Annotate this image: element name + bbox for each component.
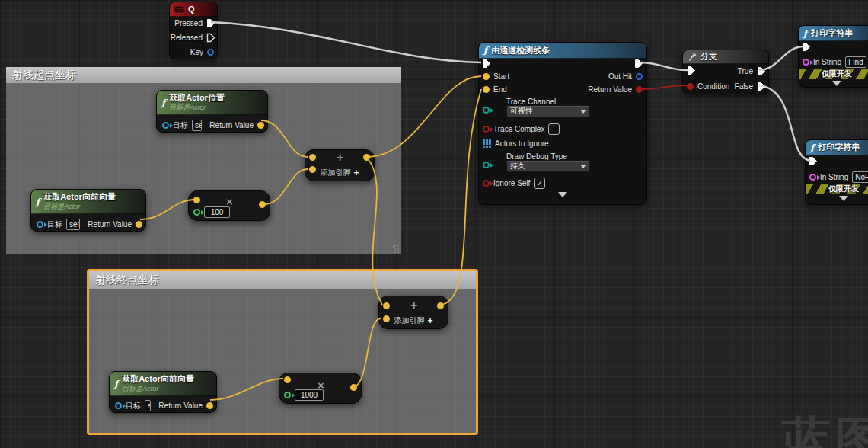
multiply-input-a-pin[interactable] bbox=[193, 197, 200, 203]
node-event-q[interactable]: Q Pressed Released Key bbox=[169, 2, 218, 59]
blueprint-canvas[interactable]: 射线起点坐标 射线终点坐标 Q Pressed Rel bbox=[0, 0, 868, 448]
development-only-banner: 仅限开发 bbox=[799, 69, 868, 79]
function-icon: ƒ bbox=[810, 142, 814, 153]
node-multiply-2[interactable]: 1000 × bbox=[279, 373, 362, 404]
pin-row-return-value: Return Value bbox=[588, 85, 643, 94]
node-title: 获取Actor向前向量 bbox=[43, 191, 116, 203]
node-get-actor-location[interactable]: ƒ 获取Actor位置 目标是Actor 目标 self Return Valu… bbox=[156, 90, 268, 133]
multiply-output-pin[interactable] bbox=[259, 201, 266, 208]
in-string-value-box[interactable]: Find bbox=[845, 56, 866, 68]
exec-in-pin[interactable] bbox=[482, 59, 491, 69]
pin-row-start: Start bbox=[483, 72, 509, 81]
node-title: 分支 bbox=[700, 51, 717, 62]
collapse-arrow[interactable] bbox=[799, 81, 868, 86]
function-icon: ƒ bbox=[803, 28, 807, 39]
trace-complex-pin[interactable] bbox=[483, 126, 490, 133]
trace-channel-pin[interactable] bbox=[483, 107, 490, 114]
collapse-arrow[interactable] bbox=[479, 192, 646, 197]
collapse-arrow-icon bbox=[839, 196, 848, 201]
multiply-input-a-pin[interactable] bbox=[284, 376, 291, 383]
node-title: 打印字符串 bbox=[818, 142, 860, 153]
exec-true-pin[interactable] bbox=[757, 66, 766, 76]
pin-row-in-string: In String Find bbox=[803, 56, 866, 68]
return-value-pin[interactable] bbox=[136, 221, 142, 228]
pin-row-trace-complex: Trace Complex bbox=[483, 123, 560, 135]
in-string-pin[interactable] bbox=[803, 59, 809, 66]
end-pin[interactable] bbox=[483, 86, 490, 93]
target-value-box[interactable]: self bbox=[66, 219, 80, 230]
out-hit-pin[interactable] bbox=[636, 73, 643, 80]
exec-out-pin[interactable] bbox=[634, 59, 643, 69]
multiply-input-b-pin[interactable] bbox=[193, 209, 200, 216]
pin-row-end: End bbox=[483, 85, 507, 94]
array-pin-icon[interactable] bbox=[483, 139, 491, 148]
target-pin[interactable] bbox=[37, 221, 43, 228]
pin-row-false: False bbox=[735, 82, 766, 91]
add-input-a-pin[interactable] bbox=[309, 154, 316, 161]
target-value-box[interactable]: self bbox=[192, 120, 202, 131]
comment-header[interactable]: 射线起点坐标 bbox=[6, 67, 401, 83]
exec-in-pin[interactable] bbox=[687, 66, 696, 75]
add-pin-button[interactable]: 添加引脚+ bbox=[379, 315, 448, 326]
wire-returnvalue-to-condition bbox=[640, 85, 687, 89]
pin-row-released: Released bbox=[171, 33, 215, 43]
add-pin-plus-icon: + bbox=[427, 315, 432, 326]
multiply-icon: × bbox=[226, 195, 233, 208]
multiply-input-b-pin[interactable] bbox=[284, 392, 291, 398]
add-input-a-pin[interactable] bbox=[383, 302, 390, 309]
exec-in-pin[interactable] bbox=[802, 42, 811, 52]
condition-pin[interactable] bbox=[687, 83, 694, 90]
ignore-self-checkbox[interactable]: ✓ bbox=[534, 178, 545, 189]
collapse-arrow-icon bbox=[832, 81, 841, 86]
target-value-box[interactable]: self bbox=[145, 400, 151, 411]
collapse-arrow[interactable] bbox=[806, 196, 868, 201]
target-pin[interactable] bbox=[115, 402, 122, 409]
branch-icon bbox=[688, 53, 697, 62]
trace-channel-dropdown[interactable]: 可视性 bbox=[506, 105, 590, 117]
function-icon: ƒ bbox=[36, 197, 40, 207]
draw-debug-type-dropdown[interactable]: 持久 bbox=[506, 160, 590, 172]
node-add-2[interactable]: + 添加引脚+ bbox=[378, 296, 448, 329]
node-branch[interactable]: 分支 Condition True False bbox=[682, 50, 769, 94]
exec-pin-pressed[interactable] bbox=[206, 18, 215, 28]
trace-complex-checkbox[interactable] bbox=[548, 123, 560, 135]
node-subtitle: 目标是Actor bbox=[169, 103, 225, 113]
multiply-output-pin[interactable] bbox=[350, 384, 357, 391]
exec-pin-released[interactable] bbox=[206, 33, 215, 43]
comment-header[interactable]: 射线终点坐标 bbox=[89, 271, 476, 289]
ignore-self-pin[interactable] bbox=[483, 180, 490, 187]
in-string-pin[interactable] bbox=[809, 174, 816, 181]
node-print-string-1[interactable]: ƒ 打印字符串 In String Find 仅限开发 bbox=[798, 25, 868, 88]
add-pin-button[interactable]: 添加引脚+ bbox=[305, 168, 374, 178]
comment-resize-handle[interactable] bbox=[393, 245, 400, 253]
event-title: Q bbox=[188, 5, 195, 14]
pin-row-out-hit: Out Hit bbox=[608, 72, 643, 81]
node-multiply-1[interactable]: 100 × bbox=[188, 190, 270, 221]
key-pin[interactable] bbox=[207, 49, 214, 56]
pin-row-condition: Condition bbox=[687, 82, 729, 91]
return-value-pin[interactable] bbox=[257, 122, 264, 129]
pin-row-in-string: In String NoFind bbox=[809, 171, 868, 183]
add-output-pin[interactable] bbox=[363, 154, 370, 161]
exec-in-pin[interactable] bbox=[809, 156, 818, 166]
return-value-pin[interactable] bbox=[636, 86, 643, 93]
in-string-value-box[interactable]: NoFind bbox=[852, 171, 868, 183]
exec-false-pin[interactable] bbox=[757, 82, 766, 91]
node-print-string-2[interactable]: ƒ 打印字符串 In String NoFind 仅限开发 bbox=[805, 139, 868, 205]
collapse-arrow-icon bbox=[558, 192, 567, 197]
return-value-pin[interactable] bbox=[206, 402, 213, 409]
draw-debug-type-pin[interactable] bbox=[483, 162, 490, 168]
node-line-trace-by-channel[interactable]: ƒ 由通道检测线条 Start End Trace Channel 可视性 Tr… bbox=[478, 42, 647, 205]
keyboard-icon bbox=[174, 6, 184, 13]
watermark-text: 蓝图 bbox=[781, 407, 868, 448]
add-output-pin[interactable] bbox=[437, 302, 444, 309]
node-get-forward-vector-1[interactable]: ƒ 获取Actor向前向量 目标是Actor 目标 self Return Va… bbox=[30, 189, 146, 232]
node-title: 打印字符串 bbox=[811, 27, 853, 39]
node-get-forward-vector-2[interactable]: ƒ 获取Actor向前向量 目标是Actor 目标 self Return Va… bbox=[109, 371, 217, 413]
node-add-1[interactable]: + 添加引脚+ bbox=[305, 149, 375, 181]
node-subtitle: 目标是Actor bbox=[43, 202, 116, 212]
start-pin[interactable] bbox=[483, 73, 490, 80]
target-pin[interactable] bbox=[162, 122, 169, 129]
multiply-value-box[interactable]: 100 bbox=[204, 206, 230, 218]
dropdown-caret-icon bbox=[580, 165, 586, 168]
